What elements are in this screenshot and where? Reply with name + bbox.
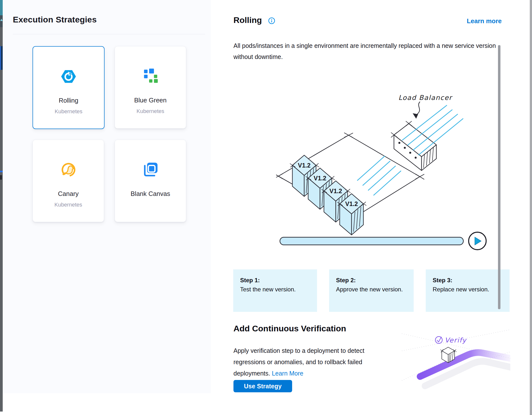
execution-strategies-panel: Execution Strategies Rolling Kubernetes [3,0,211,393]
strategy-card-sublabel: Kubernetes [33,202,104,208]
step-text: Approve the new version. [336,286,414,293]
info-icon[interactable] [268,17,275,24]
use-strategy-button[interactable]: Use Strategy [233,380,292,392]
background-divider-strip [0,171,3,172]
blank-canvas-icon [142,162,159,178]
step-card: Step 3: Replace new version. [426,269,510,312]
canary-icon [60,162,76,178]
load-balancer-label: Load Balancer [398,94,453,101]
rolling-icon [60,68,77,85]
verify-check-icon [435,337,442,343]
content-scrollbar-thumb[interactable] [498,45,500,309]
strategy-card-label: Blank Canvas [115,190,186,198]
learn-more-secondary-link[interactable]: Learn More [272,370,303,377]
verify-step-illustration: Verify [402,328,510,402]
step-card: Step 1: Test the new version. [233,269,317,312]
strategy-card-sublabel: Kubernetes [115,108,186,114]
play-icon [475,237,481,245]
cube-version-label: V1.2 [314,175,326,182]
strategy-card-label: Blue Green [115,96,186,104]
page-title: Execution Strategies [13,15,97,24]
strategy-card-canary[interactable]: Canary Kubernetes [33,140,104,222]
step-card: Step 2: Approve the new version. [329,269,414,312]
background-mark-strip [0,175,2,180]
play-button[interactable] [468,232,487,250]
strategy-card-blank-canvas[interactable]: Blank Canvas [115,140,186,222]
background-nav-item-strip [0,46,3,70]
strategy-card-sublabel: Kubernetes [33,108,104,115]
background-logo-icon [0,19,3,21]
strategy-description: All pods/instances in a single environme… [233,40,503,62]
background-page-edge [0,0,3,415]
continuous-verification-body: Apply verification step to a deployment … [233,345,384,379]
background-logo-strip [0,15,3,27]
window-scrollbar-thumb[interactable] [530,0,532,415]
background-header-strip [0,0,3,15]
verify-label: Verify [445,336,467,344]
strategy-card-label: Canary [33,190,104,198]
cube-version-label: V1.2 [345,200,358,207]
background-bottom-strip [0,412,3,415]
strategy-card-blue-green[interactable]: Blue Green Kubernetes [115,46,186,129]
step-title: Step 1: [240,277,317,284]
continuous-verification-heading: Add Continuous Verification [233,324,346,333]
step-title: Step 2: [336,277,414,284]
animation-progress-bar[interactable] [280,237,464,245]
strategy-card-label: Rolling [33,97,104,104]
blue-green-icon [142,68,159,84]
cube-version-label: V1.2 [329,188,342,194]
learn-more-link[interactable]: Learn more [455,17,502,25]
step-text: Test the new version. [240,286,317,293]
title-divider [13,34,205,34]
cube-version-label: V1.2 [298,162,310,169]
rolling-deployment-illustration: V1.2 V1.2 V1.2 V1.2 Load Balancer [276,88,523,241]
strategy-detail-title: Rolling [233,15,262,25]
strategy-card-rolling[interactable]: Rolling Kubernetes [33,46,105,129]
